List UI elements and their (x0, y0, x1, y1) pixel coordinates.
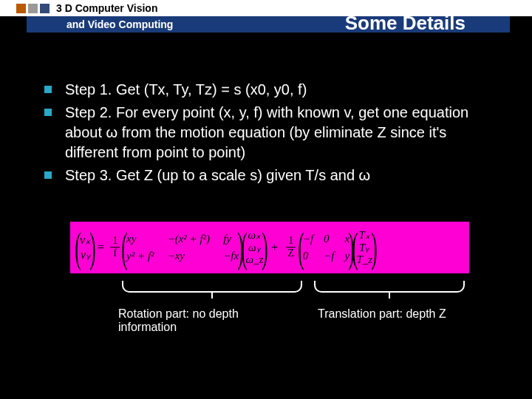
n21: 0 (303, 250, 313, 262)
paren-right-icon: ) (371, 233, 377, 262)
equation-box: ( vₓ vᵧ ) = 1 f ( xy −(x² + f²) fy y² + … (70, 222, 469, 273)
matrix-translation: −f 0 x 0 −f y (303, 233, 349, 262)
equals-sign: = (98, 240, 105, 255)
paren-left-icon: ( (75, 233, 81, 262)
bullet-item: Step 1. Get (Tx, Ty, Tz) = s (x0, y0, f) (44, 80, 495, 100)
vector-omega: ωₓ ωᵧ ω_z (245, 229, 263, 266)
bullet-text: Step 2. For every point (x, y, f) with k… (65, 103, 495, 163)
vector-T: Tₓ Tᵧ T_z (356, 229, 372, 266)
fraction-1-over-f: 1 f (110, 235, 120, 259)
omega-x: ωₓ (248, 229, 262, 242)
paren-left-icon: ( (298, 233, 304, 262)
bullet-item: Step 2. For every point (x, y, f) with k… (44, 103, 495, 163)
bullet-text: Step 3. Get Z (up to a scale s) given T/… (65, 166, 495, 185)
frac-num: 1 (286, 235, 296, 248)
caption-rotation: Rotation part: no depth information (118, 307, 296, 334)
logo-square-orange (16, 4, 26, 13)
logo-square-gray (28, 4, 38, 13)
logo-square-blue (40, 4, 50, 13)
m23: −fx (223, 250, 239, 262)
header-line2: and Video Computing (66, 16, 173, 33)
n12: 0 (324, 233, 334, 245)
n22: −f (324, 250, 334, 262)
matrix-rotation: xy −(x² + f²) fy y² + f² −xy −fx (126, 233, 239, 262)
brace-captions: Rotation part: no depth information Tran… (118, 307, 495, 334)
body-bullets: Step 1. Get (Tx, Ty, Tz) = s (x0, y0, f)… (44, 80, 495, 188)
header-line1: 3 D Computer Vision (56, 2, 157, 14)
m12: −(x² + f²) (168, 233, 211, 245)
paren-left-icon: ( (241, 233, 247, 262)
m21: y² + f² (126, 250, 154, 262)
frac-den: f (112, 248, 120, 259)
underbraces (122, 279, 469, 309)
paren-left-icon: ( (122, 233, 128, 262)
bullet-marker-icon (44, 171, 52, 179)
paren-left-icon: ( (352, 233, 358, 262)
equation-block: ( vₓ vᵧ ) = 1 f ( xy −(x² + f²) fy y² + … (70, 222, 469, 273)
fraction-1-over-Z: 1 Z (286, 235, 297, 259)
logo-squares (16, 4, 52, 13)
caption-translation: Translation part: depth Z (318, 307, 495, 334)
t-x: Tₓ (359, 229, 370, 242)
brace-rotation-icon (122, 281, 302, 293)
m22: −xy (168, 250, 211, 262)
m13: fy (223, 233, 239, 245)
frac-den: Z (286, 248, 297, 259)
slide: 3 D Computer Vision and Video Computing … (0, 0, 532, 399)
m11: xy (126, 233, 154, 245)
brace-translation-icon (314, 281, 465, 293)
bullet-marker-icon (44, 86, 52, 93)
omega-z: ω_z (245, 253, 263, 266)
plus-sign: + (271, 240, 279, 255)
bullet-item: Step 3. Get Z (up to a scale s) given T/… (44, 166, 495, 185)
paren-right-icon: ) (89, 233, 95, 262)
paren-right-icon: ) (262, 233, 267, 262)
bullet-text: Step 1. Get (Tx, Ty, Tz) = s (x0, y0, f) (65, 80, 495, 100)
t-z: T_z (356, 253, 372, 266)
t-y: Tᵧ (359, 242, 369, 254)
n11: −f (303, 233, 313, 245)
frac-num: 1 (110, 235, 120, 248)
slide-title: Some Details (345, 12, 466, 35)
omega-y: ωᵧ (248, 242, 261, 254)
header-row: 3 D Computer Vision (16, 2, 157, 14)
bullet-marker-icon (44, 109, 52, 116)
